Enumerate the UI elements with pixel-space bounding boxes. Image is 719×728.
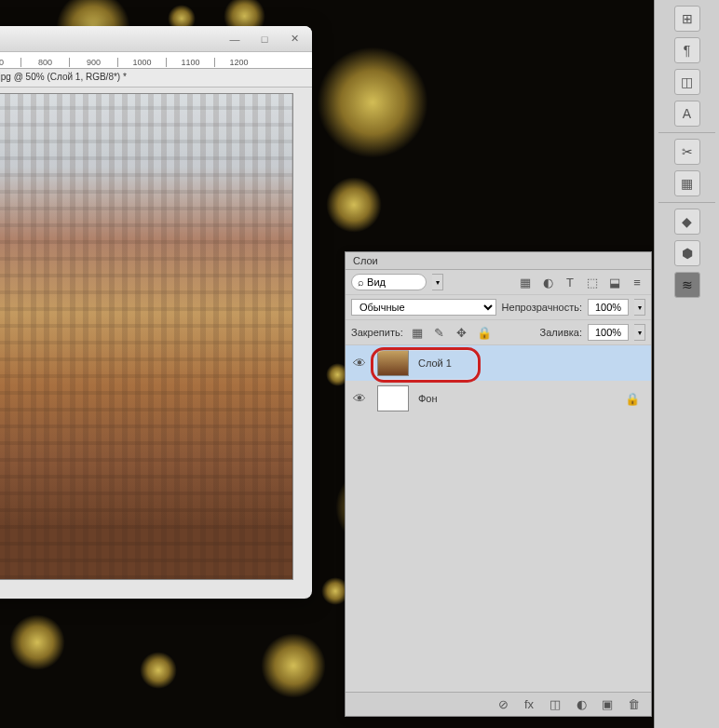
ruler-mark: 900 (69, 58, 117, 67)
ruler-mark: 800 (20, 58, 69, 67)
dock-swatches-icon[interactable]: ▦ (674, 170, 700, 196)
dock-layers-icon[interactable]: ≋ (674, 272, 700, 298)
canvas[interactable] (0, 93, 293, 580)
opacity-dropdown-icon[interactable]: ▾ (634, 299, 645, 316)
layer-thumbnail[interactable] (377, 385, 409, 411)
maximize-button[interactable]: □ (251, 31, 278, 47)
layer-name[interactable]: Фон (418, 393, 616, 404)
adjustment-icon[interactable]: ◐ (573, 696, 590, 713)
ruler-mark: 1000 (117, 58, 166, 67)
dock-color-icon[interactable]: ⬢ (674, 240, 700, 266)
panel-menu-icon[interactable]: ≡ (629, 274, 645, 290)
horizontal-ruler: 700 800 900 1000 1100 1200 (0, 52, 312, 69)
window-titlebar: — □ ✕ (0, 26, 312, 52)
panel-footer: ⊘ fx ◫ ◐ ▣ 🗑 (346, 692, 651, 716)
fx-icon[interactable]: fx (521, 696, 537, 713)
dock-3d-icon[interactable]: ◆ (674, 209, 700, 235)
lock-all-icon[interactable]: 🔒 (476, 324, 493, 341)
opacity-label: Непрозрачность: (502, 302, 582, 313)
link-layers-icon[interactable]: ⊘ (495, 696, 511, 713)
dock-paragraph-icon[interactable]: ¶ (674, 37, 700, 63)
new-layer-icon[interactable]: ▣ (599, 696, 616, 713)
close-button[interactable]: ✕ (280, 31, 308, 47)
filter-shape-icon[interactable]: ⬚ (584, 274, 601, 290)
blend-mode-select[interactable]: Обычные (351, 299, 496, 316)
panel-title[interactable]: Слои (346, 252, 651, 270)
visibility-icon[interactable]: 👁 (351, 356, 368, 371)
filter-smart-icon[interactable]: ⬓ (606, 274, 623, 290)
dock-histogram-icon[interactable]: ⊞ (674, 6, 700, 32)
ruler-mark: 1200 (214, 58, 263, 67)
ruler-mark: 1100 (166, 58, 214, 67)
layer-row-background[interactable]: 👁 Фон 🔒 (346, 381, 651, 416)
trash-icon[interactable]: 🗑 (625, 696, 642, 713)
blend-row: Обычные Непрозрачность: ▾ (346, 295, 651, 320)
fill-dropdown-icon[interactable]: ▾ (634, 324, 645, 341)
fill-label: Заливка: (540, 327, 582, 338)
mask-icon[interactable]: ◫ (547, 696, 563, 713)
lock-pixels-icon[interactable]: ✎ (431, 324, 448, 341)
layers-panel: Слои ⌕ Вид ▾ ▦ ◐ T ⬚ ⬓ ≡ Обычные Непрозр… (345, 251, 652, 717)
layer-row-1[interactable]: 👁 Слой 1 (346, 345, 651, 381)
lock-row: Закрепить: ▦ ✎ ✥ 🔒 Заливка: ▾ (346, 320, 651, 345)
ruler-mark: 700 (0, 58, 20, 67)
lock-position-icon[interactable]: ✥ (454, 324, 470, 341)
opacity-input[interactable] (588, 299, 629, 316)
search-icon: ⌕ (358, 276, 364, 288)
layers-list: 👁 Слой 1 👁 Фон 🔒 (346, 345, 651, 692)
visibility-icon[interactable]: 👁 (351, 391, 368, 406)
dock-tools-icon[interactable]: ✂ (674, 139, 700, 165)
document-tab[interactable]: size.jpg @ 50% (Слой 1, RGB/8*) * (0, 69, 312, 88)
dock-character-icon[interactable]: A (674, 101, 700, 127)
city-image (0, 94, 292, 579)
filter-adjust-icon[interactable]: ◐ (539, 274, 556, 290)
layer-name[interactable]: Слой 1 (418, 357, 645, 369)
lock-icon: 🔒 (625, 392, 640, 406)
filter-pixel-icon[interactable]: ▦ (517, 274, 534, 290)
right-dock: ⊞ ¶ ◫ A ✂ ▦ ◆ ⬢ ≋ (654, 0, 719, 728)
layer-search[interactable]: ⌕ Вид (351, 274, 427, 290)
filter-row: ⌕ Вид ▾ ▦ ◐ T ⬚ ⬓ ≡ (346, 270, 651, 295)
search-dropdown-icon[interactable]: ▾ (432, 274, 443, 290)
minimize-button[interactable]: — (221, 31, 249, 47)
lock-transparent-icon[interactable]: ▦ (409, 324, 426, 341)
filter-text-icon[interactable]: T (562, 274, 578, 290)
fill-input[interactable] (588, 324, 629, 341)
layer-thumbnail[interactable] (377, 350, 409, 376)
document-window: — □ ✕ 700 800 900 1000 1100 1200 size.jp… (0, 26, 312, 599)
lock-label: Закрепить: (351, 327, 403, 338)
dock-styles-icon[interactable]: ◫ (674, 69, 700, 95)
search-label: Вид (367, 276, 386, 288)
